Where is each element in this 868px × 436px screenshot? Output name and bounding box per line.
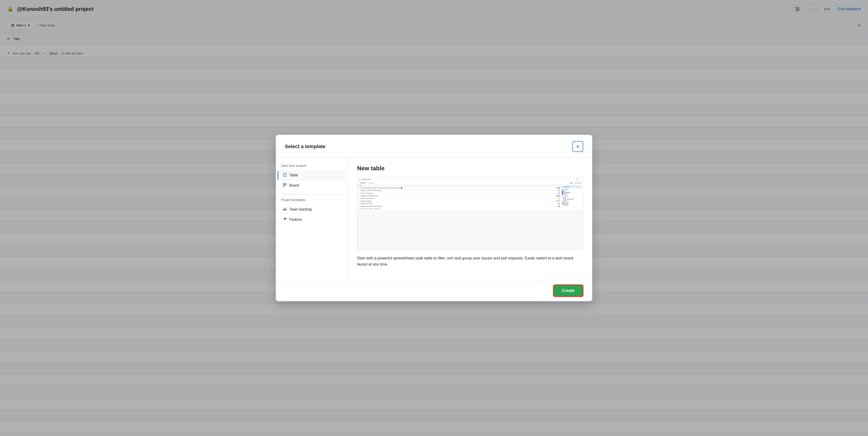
project-templates-title: Project templates (276, 198, 348, 204)
sidebar-feature-label: Feature (289, 217, 302, 222)
preview-row-7: 7 Poly Fiber Finish Tapes (358, 202, 561, 205)
scratch-section-title: Start from scratch (276, 164, 348, 170)
sidebar-team-backlog-label: Team backlog (289, 207, 312, 211)
template-name-title: New table (357, 165, 583, 172)
preview-title: untitled project (362, 179, 370, 180)
preview-row-4: 4 Integrate with Leaderboard Service (358, 195, 561, 197)
modal-main-content: New table 🔒 untitled project ⊞ ⋯ (348, 157, 592, 280)
modal-overlay[interactable]: Select a template ✕ Start from scratch (0, 0, 868, 436)
preview-mini-toolbar: ⊞ View 1 ▾ + New view Beta Give feedback (358, 181, 583, 184)
preview-left-col: ≡Title 1 Add an easter egg which accepts… (358, 184, 561, 210)
template-modal: Select a template ✕ Start from scratch (276, 135, 592, 301)
table-icon (283, 173, 287, 178)
preview-row-3: 3 Hero site - Development (358, 192, 561, 195)
modal-close-button[interactable]: ✕ (572, 141, 583, 152)
board-icon (283, 183, 287, 188)
template-description: Start with a powerful spreadsheet style … (357, 255, 583, 267)
modal-sidebar: Start from scratch Table (276, 157, 348, 280)
svg-rect-10 (283, 183, 284, 186)
sidebar-item-table[interactable]: Table (278, 170, 346, 180)
close-icon: ✕ (576, 144, 580, 149)
modal-title: Select a template (285, 144, 326, 149)
preview-view-pill: ⊞ View 1 ▾ (359, 182, 367, 184)
create-button[interactable]: Create (553, 285, 583, 297)
modal-footer: Create (276, 280, 592, 301)
modal-body: Start from scratch Table (276, 157, 592, 280)
preview-row-1: 1 Add an easter egg which accepts the Ko… (358, 187, 561, 190)
sidebar-item-feature[interactable]: Feature (278, 214, 346, 225)
preview-mini-header: 🔒 untitled project ⊞ ⋯ (358, 177, 583, 181)
people-icon (283, 207, 287, 212)
preview-right-panel: + New field Visible fields Title Ai Assi… (561, 184, 583, 210)
modal-header: Select a template ✕ (276, 135, 592, 157)
svg-rect-12 (285, 183, 286, 185)
sidebar-divider (281, 194, 342, 195)
preview-inner: 🔒 untitled project ⊞ ⋯ ⊞ View 1 ▾ + New … (358, 177, 583, 210)
sidebar-item-board[interactable]: Board (278, 180, 346, 191)
preview-row-8: 8 Updates and bug fixes to engine from B… (358, 205, 561, 208)
preview-row-2: 2 Allow users to perform a manual resett… (358, 189, 561, 192)
svg-rect-7 (283, 173, 286, 176)
sidebar-table-label: Table (289, 173, 298, 177)
template-preview: 🔒 untitled project ⊞ ⋯ ⊞ View 1 ▾ + New … (357, 177, 583, 250)
sidebar-item-team-backlog[interactable]: Team backlog (278, 204, 346, 214)
tool-icon (283, 217, 287, 222)
sidebar-board-label: Board (289, 183, 299, 187)
preview-table-area: ≡Title 1 Add an easter egg which accepts… (358, 184, 583, 210)
svg-rect-11 (284, 183, 285, 186)
preview-row-5: 5 Upsell / Growth experience (358, 197, 561, 200)
preview-row-6: 6 Updates and bug fixes (358, 200, 561, 202)
